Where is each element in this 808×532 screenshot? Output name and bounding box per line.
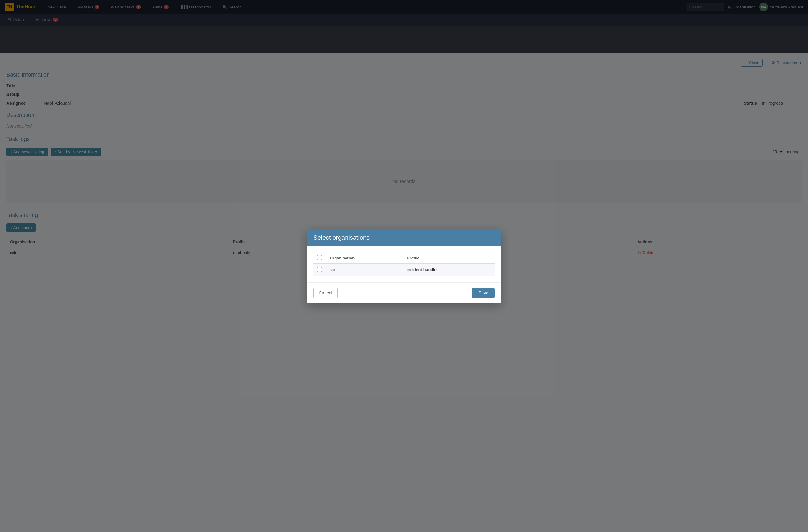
modal-row-profile: incident-handler — [403, 264, 495, 276]
modal-row-org: soc — [326, 264, 403, 276]
select-all-checkbox[interactable] — [317, 255, 322, 260]
modal-footer: Cancel Save — [307, 282, 501, 303]
table-row: soc incident-handler — [313, 264, 495, 276]
modal-overlay: Select organisations Organisation Profil… — [0, 0, 808, 532]
modal-header: Select organisations — [307, 229, 501, 246]
save-button[interactable]: Save — [472, 288, 495, 298]
cancel-button[interactable]: Cancel — [313, 288, 338, 298]
modal-row-checkbox-cell — [313, 264, 326, 276]
org-checkbox-soc[interactable] — [317, 267, 322, 272]
modal-org-table: Organisation Profile soc incident-handle… — [313, 252, 495, 276]
modal-checkbox-header — [313, 252, 326, 264]
modal-profile-header: Profile — [403, 252, 495, 264]
modal-title: Select organisations — [313, 234, 495, 241]
modal-org-header: Organisation — [326, 252, 403, 264]
modal-body: Organisation Profile soc incident-handle… — [307, 246, 501, 282]
modal-table-header: Organisation Profile — [313, 252, 495, 264]
select-organisations-modal: Select organisations Organisation Profil… — [307, 229, 501, 303]
